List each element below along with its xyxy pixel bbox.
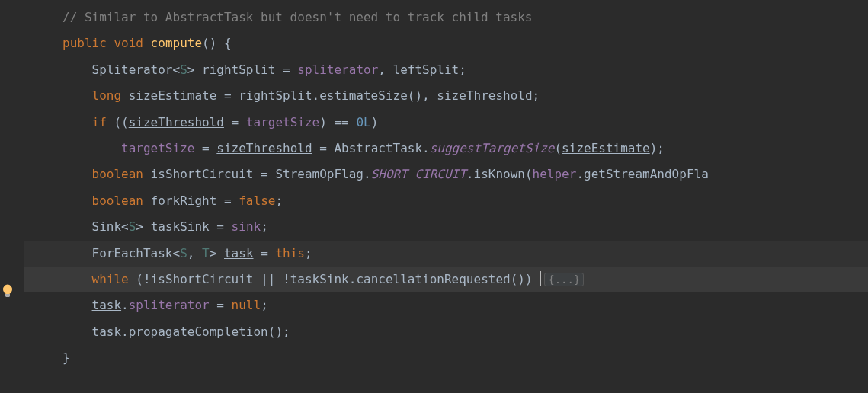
text: (	[268, 324, 276, 339]
code-line[interactable]: if ((sizeThreshold = targetSize) == 0L)	[24, 110, 868, 136]
text: <	[173, 62, 181, 77]
text	[533, 272, 540, 286]
field: targetSize	[121, 141, 194, 155]
variable: isShortCircuit	[151, 272, 254, 286]
indent	[62, 298, 92, 312]
code-line[interactable]: Sink<S> taskSink = sink;	[24, 214, 868, 240]
code-line[interactable]: task.propagateCompletion();	[24, 319, 868, 345]
code-editor[interactable]: // Similar to AbstractTask but doesn't n…	[0, 0, 868, 371]
code-line[interactable]: Spliterator<S> rightSplit = spliterator,…	[24, 57, 868, 83]
variable: rightSplit	[239, 88, 312, 103]
indent	[62, 246, 92, 260]
text: !	[143, 272, 151, 286]
text	[143, 219, 151, 234]
variable: isShortCircuit	[151, 167, 254, 181]
text: =	[216, 298, 224, 312]
text-caret	[540, 271, 541, 286]
code-line[interactable]: ForEachTask<S, T> task = this;	[24, 241, 868, 267]
variable: sizeEstimate	[129, 88, 217, 103]
text: ;	[305, 246, 312, 260]
type: AbstractTask	[334, 141, 422, 155]
text: (	[511, 272, 518, 286]
code-line[interactable]: targetSize = sizeThreshold = AbstractTas…	[24, 136, 868, 161]
code-line[interactable]: boolean forkRight = false;	[24, 188, 868, 214]
text	[239, 115, 246, 129]
variable: task	[224, 246, 254, 260]
text: (	[121, 115, 129, 129]
text	[349, 115, 357, 129]
text: ;	[283, 324, 290, 339]
number-literal: 0L	[356, 115, 370, 129]
text: )	[415, 88, 422, 103]
text: =	[232, 115, 239, 129]
operator: ||	[261, 272, 275, 286]
text: )	[517, 272, 525, 286]
svg-rect-1	[5, 294, 10, 296]
text	[224, 115, 232, 129]
code-line[interactable]: long sizeEstimate = rightSplit.estimateS…	[24, 83, 868, 109]
text	[232, 88, 239, 103]
code-line[interactable]: // Similar to AbstractTask but doesn't n…	[24, 5, 868, 30]
method-call: estimateSize	[319, 88, 408, 103]
text: ,	[187, 246, 195, 260]
indent	[62, 193, 92, 208]
text: =	[319, 141, 327, 155]
field: spliterator	[297, 62, 378, 77]
text: .	[466, 167, 474, 181]
text: (	[136, 272, 143, 286]
text	[216, 193, 224, 208]
keyword: boolean	[92, 167, 143, 181]
gutter	[0, 0, 24, 371]
variable: sizeEstimate	[562, 141, 650, 155]
text: <	[173, 246, 181, 260]
text	[232, 193, 239, 208]
code-line[interactable]: }	[24, 345, 868, 371]
type: Spliterator	[92, 62, 173, 77]
text	[253, 272, 261, 286]
text: )	[319, 115, 327, 129]
text	[210, 298, 217, 312]
text	[275, 272, 283, 286]
text: .	[121, 298, 129, 312]
text: .	[364, 167, 371, 181]
text: .	[312, 88, 320, 103]
keyword: while	[92, 272, 129, 286]
field: sink	[232, 219, 261, 234]
indent	[62, 88, 92, 103]
indent	[62, 167, 92, 181]
text: ;	[459, 62, 466, 77]
text: <	[121, 219, 129, 234]
variable: task	[92, 298, 122, 312]
indent	[62, 141, 121, 155]
text: .	[349, 272, 357, 286]
folded-region[interactable]: {...}	[544, 273, 584, 286]
text: =	[261, 167, 268, 181]
code-line[interactable]: task.spliterator = null;	[24, 292, 868, 318]
generic-param: T	[202, 246, 210, 260]
text	[107, 115, 114, 129]
intention-bulb-icon[interactable]	[2, 284, 13, 298]
text: =	[202, 141, 210, 155]
text: )	[210, 36, 217, 50]
code-line[interactable]: public void compute() {	[24, 30, 868, 56]
variable: sizeThreshold	[437, 88, 532, 103]
text	[275, 62, 283, 77]
static-field: SHORT_CIRCUIT	[371, 167, 466, 181]
static-method: suggestTargetSize	[430, 141, 555, 155]
indent	[62, 272, 92, 286]
code-line[interactable]: boolean isShortCircuit = StreamOpFlag.SH…	[24, 161, 868, 187]
text: ,	[422, 88, 430, 103]
keyword: void	[114, 36, 143, 50]
text: ,	[378, 62, 386, 77]
variable: forkRight	[151, 193, 217, 208]
comment-text: // Similar to AbstractTask but doesn't n…	[62, 10, 533, 24]
text: {	[224, 36, 232, 50]
text: }	[62, 350, 70, 365]
keyword: public	[62, 36, 107, 50]
text: )	[371, 115, 379, 129]
text: (	[202, 36, 210, 50]
code-line-current[interactable]: while (!isShortCircuit || !taskSink.canc…	[24, 267, 868, 292]
text: ;	[657, 141, 665, 155]
text	[210, 141, 217, 155]
indent	[62, 62, 92, 77]
